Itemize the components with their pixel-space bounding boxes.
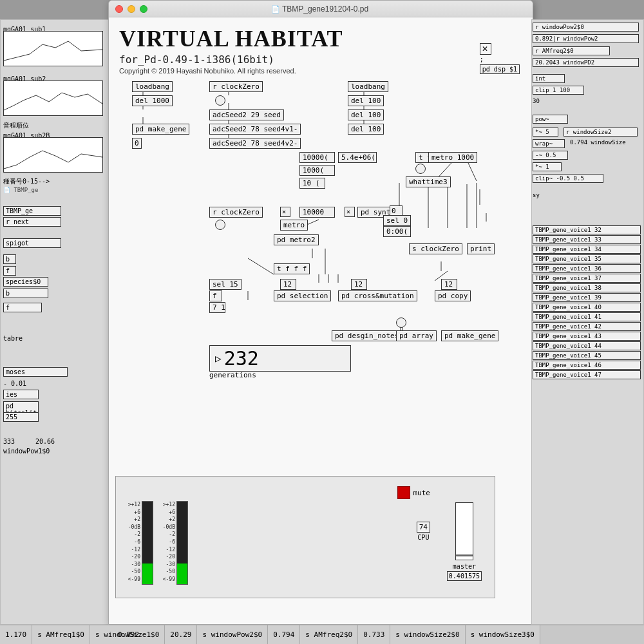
pd-array[interactable]: pd array <box>396 330 437 341</box>
voice-42[interactable]: TBMP_gene_voice1 42 <box>533 322 641 331</box>
clip-node[interactable]: clip 1 100 <box>533 86 584 95</box>
status-s-amfreq1: s AMfreq1$0 <box>32 625 90 644</box>
meter-area: >+12+6+2-0dB-2-6-12-20-30-50<-99 >+12+6+… <box>115 476 495 598</box>
mute-button[interactable] <box>397 486 410 499</box>
clip-tilde[interactable]: clip~ -0.5 0.5 <box>533 174 603 183</box>
num-255: - 0.01 <box>3 380 26 387</box>
num-10000-1: 10000( <box>299 152 335 163</box>
r-clockzero-1[interactable]: r clockZero <box>209 81 263 92</box>
master-slider[interactable] <box>455 502 473 560</box>
pd-make-gene-1[interactable]: pd make_gene <box>132 124 189 135</box>
status-bar: 1.170 s AMfreq1$0 s windowSize1$0 20.29 … <box>0 625 644 644</box>
voice-38[interactable]: TBMP_gene_voice1 38 <box>533 283 641 292</box>
f-2: f <box>209 290 222 301</box>
del-100-3[interactable]: del 100 <box>348 124 384 135</box>
num-1000-1: 1000( <box>299 165 335 176</box>
species-area: spigot <box>3 238 61 248</box>
status-s-windowsize3: s windowSize3$0 <box>466 625 540 644</box>
num-10: 10 ( <box>299 178 325 189</box>
s-clockzero[interactable]: s clockZero <box>409 243 462 254</box>
pd-selection[interactable]: pd selection <box>274 290 331 301</box>
num-333: 333 <box>3 438 15 445</box>
tanenumber-label: 種番号0-15--> <box>3 177 50 186</box>
pd-patch-area: loadbang r clockZero loadbang del 1000 d… <box>119 81 522 455</box>
toggle-2[interactable] <box>345 207 355 217</box>
voice-47[interactable]: TBMP_gene_voice1 47 <box>533 370 641 379</box>
pd-copy[interactable]: pd copy <box>435 290 471 301</box>
r-clockzero-2[interactable]: r clockZero <box>209 207 263 218</box>
vu-labels-right: >+12+6+2-0dB-2-6-12-20-30-50<-99 <box>156 501 175 585</box>
circle-2[interactable] <box>415 164 426 174</box>
minus05-tilde[interactable]: -~ 0.5 <box>533 151 568 160</box>
del-100-1[interactable]: del 100 <box>348 95 384 106</box>
titlebar: 📄 TBMP_gene191204-0.pd <box>109 1 533 17</box>
loadbang-2[interactable]: loadbang <box>348 81 388 92</box>
voice-34[interactable]: TBMP_gene_voice1 34 <box>533 245 641 254</box>
vu-meters: >+12+6+2-0dB-2-6-12-20-30-50<-99 >+12+6+… <box>121 482 489 585</box>
pd-metro2[interactable]: pd metro2 <box>274 234 319 245</box>
circle-1[interactable] <box>215 95 225 106</box>
voice-list: TBMP_gene_voice1 32 TBMP_gene_voice1 33 … <box>533 225 641 380</box>
semicolon: ; <box>480 56 520 63</box>
voice-36[interactable]: TBMP_gene_voice1 36 <box>533 264 641 273</box>
metro-1000[interactable]: metro 1000 <box>428 152 477 163</box>
num-10000-2: 10000 <box>299 207 335 218</box>
master-area: master 0.401575 <box>447 502 482 581</box>
voice-39[interactable]: TBMP_gene_voice1 39 <box>533 293 641 302</box>
adcseed2-78-1[interactable]: adcSeed2 78 seed4v1- <box>209 124 301 135</box>
r-next-node: TBMP_ge <box>3 206 61 216</box>
voice-46[interactable]: TBMP_gene_voice1 46 <box>533 361 641 370</box>
print-node[interactable]: print <box>467 243 495 254</box>
mul5-tilde[interactable]: *~ 5 <box>533 128 558 137</box>
r-windowsize2[interactable]: r windowSize2 <box>564 128 638 137</box>
pd-cross-mutation[interactable]: pd cross&mutation <box>338 290 417 301</box>
voice-43[interactable]: TBMP_gene_voice1 43 <box>533 332 641 341</box>
r-amfreq2[interactable]: r AMfreq2$0 <box>533 46 610 55</box>
vu-bar-left <box>142 501 153 585</box>
status-s-windowsize2: s windowSize2$0 <box>390 625 465 644</box>
pow-tilde[interactable]: pow~ <box>533 115 568 124</box>
toggle-1[interactable] <box>280 207 290 217</box>
mul1-tilde[interactable]: *~ 1 <box>533 162 562 171</box>
status-val-892: 0.892 <box>113 630 144 639</box>
status-3: 0.794 <box>268 625 300 644</box>
num-12-3: 12 <box>441 279 457 290</box>
sub2-graph <box>3 80 103 116</box>
right-panel: r windowPow2$0 0.892|r windowPow2 r AMfr… <box>531 19 644 644</box>
pd-desgin-notes[interactable]: pd desgin_notes <box>332 330 402 341</box>
dsp-toggle[interactable]: ✕ <box>480 43 491 55</box>
sel-0[interactable]: sel 0 <box>383 215 411 226</box>
tfff[interactable]: t f f f <box>274 263 310 274</box>
mute-area: mute <box>397 486 431 499</box>
sel-15[interactable]: sel 15 <box>209 279 242 290</box>
voice-37[interactable]: TBMP_gene_voice1 37 <box>533 274 641 283</box>
vu-labels-left: >+12+6+2-0dB-2-6-12-20-30-50<-99 <box>121 501 140 585</box>
r-windowpow2[interactable]: r windowPow2$0 <box>533 23 639 32</box>
circle-3[interactable] <box>215 220 225 230</box>
voice-33[interactable]: TBMP_gene_voice1 33 <box>533 235 641 244</box>
adcseed2-78-2[interactable]: adcSeed2 78 seed4v2- <box>209 138 301 149</box>
del-1000[interactable]: del 1000 <box>132 95 173 106</box>
voice-41[interactable]: TBMP_gene_voice1 41 <box>533 312 641 321</box>
voice-44[interactable]: TBMP_gene_voice1 44 <box>533 341 641 350</box>
voice-35[interactable]: TBMP_gene_voice1 35 <box>533 254 641 263</box>
del-100-2[interactable]: del 100 <box>348 109 384 120</box>
voice-32[interactable]: TBMP_gene_voice1 32 <box>533 225 641 234</box>
whattime3[interactable]: whattime3 <box>406 176 451 187</box>
dsp-area: ✕ ; pd dsp $1 <box>480 43 520 74</box>
int-node[interactable]: int <box>533 74 565 83</box>
pd-make-gene-2[interactable]: pd make_gene <box>441 330 498 341</box>
wrap-tilde[interactable]: wrap~ <box>533 139 565 148</box>
main-window: 📄 TBMP_gene191204-0.pd VIRTUAL HABITAT f… <box>108 0 533 625</box>
val-windowsize: 0.794 windowSize <box>570 139 626 146</box>
pd-connections <box>119 81 522 455</box>
loadbang-1[interactable]: loadbang <box>132 81 173 92</box>
vu-fill-right <box>177 564 187 584</box>
voice-40[interactable]: TBMP_gene_voice1 40 <box>533 303 641 312</box>
adcseed2-29[interactable]: adcSeed2 29 seed <box>209 109 284 120</box>
app-title: VIRTUAL HABITAT <box>119 25 522 52</box>
circle-4[interactable] <box>396 317 406 328</box>
app-subtitle: for_Pd-0.49-1-i386(16bit) <box>119 53 522 66</box>
voice-45[interactable]: TBMP_gene_voice1 45 <box>533 351 641 360</box>
metro-node[interactable]: metro <box>280 220 308 231</box>
